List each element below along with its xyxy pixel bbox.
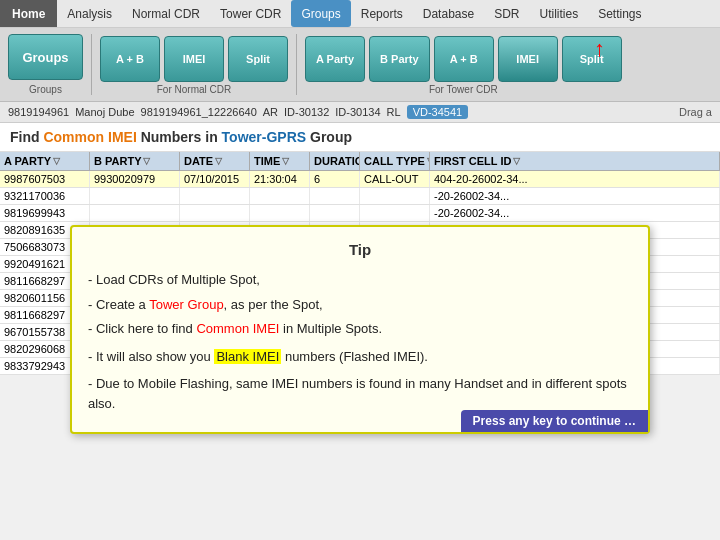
filter-aparty[interactable]: ▽ [53,156,60,166]
find-text2: Numbers in [137,129,222,145]
td-time [250,205,310,221]
td-calltype [360,205,430,221]
th-date: DATE▽ [180,152,250,170]
nav-tower-cdr[interactable]: Tower CDR [210,0,291,27]
info-bar: 9819194961 Manoj Dube 9819194961_1222664… [0,102,720,123]
th-firstcell: FIRST CELL ID▽ [430,152,720,170]
td-duration: 6 [310,171,360,187]
tower-group-highlight: Tower Group [149,297,223,312]
table-header: A PARTY▽ B PARTY▽ DATE▽ TIME▽ DURATION▽ … [0,152,720,171]
press-continue-bar[interactable]: Press any key to continue … [461,410,648,432]
th-time: TIME▽ [250,152,310,170]
td-calltype: CALL-OUT [360,171,430,187]
tower-split-button[interactable]: Split [562,36,622,82]
td-bparty: 9930020979 [90,171,180,187]
info-id1: ID-30132 [284,106,329,118]
tooltip-line-2: - Create a Tower Group, as per the Spot, [88,295,632,315]
td-firstcell: -20-26002-34... [430,205,720,221]
tooltip-line-1: - Load CDRs of Multiple Spot, [88,270,632,290]
td-aparty: 9987607503 [0,171,90,187]
filter-firstcell[interactable]: ▽ [513,156,520,166]
nav-reports[interactable]: Reports [351,0,413,27]
info-number2: 9819194961_12226640 [141,106,257,118]
nav-normal-cdr[interactable]: Normal CDR [122,0,210,27]
groups-section-label: Groups [29,84,62,95]
tower-aplusb-button[interactable]: A + B [434,36,494,82]
groups-tool-group: Groups Groups [8,34,83,95]
table-row[interactable]: 9819699943 -20-26002-34... [0,205,720,222]
td-bparty [90,188,180,204]
normal-cdr-buttons: A + B IMEI Split [100,36,288,82]
tower-bparty-button[interactable]: B Party [369,36,430,82]
info-id2: ID-30134 [335,106,380,118]
th-calltype: CALL TYPE▽ [360,152,430,170]
table-row[interactable]: 9321170036 -20-26002-34... [0,188,720,205]
red-arrow-indicator: ↑ [594,36,605,62]
tower-cdr-buttons: A Party B Party A + B IMEI Split [305,36,622,82]
td-calltype [360,188,430,204]
nav-utilities[interactable]: Utilities [530,0,589,27]
td-date [180,205,250,221]
separator-1 [91,34,92,95]
normal-aplusb-button[interactable]: A + B [100,36,160,82]
blank-imei-highlight: Blank IMEI [214,349,281,364]
td-date: 07/10/2015 [180,171,250,187]
tower-cdr-group: A Party B Party A + B IMEI Split For Tow… [305,36,622,95]
toolbar: Groups Groups A + B IMEI Split For Norma… [0,28,720,102]
normal-cdr-group: A + B IMEI Split For Normal CDR [100,36,288,95]
find-text1: Find [10,129,43,145]
tooltip-title: Tip [88,241,632,258]
nav-analysis[interactable]: Analysis [57,0,122,27]
info-name: Manoj Dube [75,106,134,118]
drag-hint: Drag a [679,106,712,118]
toolbar-wrapper: Groups Groups A + B IMEI Split For Norma… [0,28,720,102]
tooltip-line-3: - Click here to find Common IMEI in Mult… [88,319,632,339]
td-aparty: 9321170036 [0,188,90,204]
td-time [250,188,310,204]
filter-time[interactable]: ▽ [282,156,289,166]
tooltip-line-4: - It will also show you Blank IMEI numbe… [88,347,632,367]
tooltip-overlay: Tip - Load CDRs of Multiple Spot, - Crea… [70,225,650,434]
td-date [180,188,250,204]
normal-cdr-label: For Normal CDR [157,84,231,95]
td-bparty [90,205,180,221]
filter-bparty[interactable]: ▽ [143,156,150,166]
find-text3: Group [306,129,352,145]
filter-date[interactable]: ▽ [215,156,222,166]
info-rl: RL [387,106,401,118]
tower-imei-button[interactable]: IMEI [498,36,558,82]
th-duration: DURATION▽ [310,152,360,170]
nav-settings[interactable]: Settings [588,0,651,27]
td-time: 21:30:04 [250,171,310,187]
info-number: 9819194961 [8,106,69,118]
nav-database[interactable]: Database [413,0,484,27]
td-duration [310,188,360,204]
nav-groups[interactable]: Groups [291,0,350,27]
tooltip-line-5: - Due to Mobile Flashing, same IMEI numb… [88,374,632,413]
td-aparty: 9819699943 [0,205,90,221]
td-duration [310,205,360,221]
find-header: Find Common IMEI Numbers in Tower-GPRS G… [0,123,720,152]
normal-imei-button[interactable]: IMEI [164,36,224,82]
home-button[interactable]: Home [0,0,57,27]
info-ar: AR [263,106,278,118]
td-firstcell: -20-26002-34... [430,188,720,204]
nav-sdr[interactable]: SDR [484,0,529,27]
vd-badge: VD-34541 [407,105,469,119]
common-imei-highlight: Common IMEI [196,321,279,336]
tower-aparty-button[interactable]: A Party [305,36,365,82]
td-firstcell: 404-20-26002-34... [430,171,720,187]
nav-bar: Home Analysis Normal CDR Tower CDR Group… [0,0,720,28]
groups-button[interactable]: Groups [8,34,83,80]
find-highlight2: Tower-GPRS [222,129,307,145]
separator-2 [296,34,297,95]
tower-cdr-label: For Tower CDR [429,84,498,95]
normal-split-button[interactable]: Split [228,36,288,82]
th-aparty: A PARTY▽ [0,152,90,170]
th-bparty: B PARTY▽ [90,152,180,170]
find-highlight1: Common IMEI [43,129,136,145]
table-row[interactable]: 9987607503 9930020979 07/10/2015 21:30:0… [0,171,720,188]
